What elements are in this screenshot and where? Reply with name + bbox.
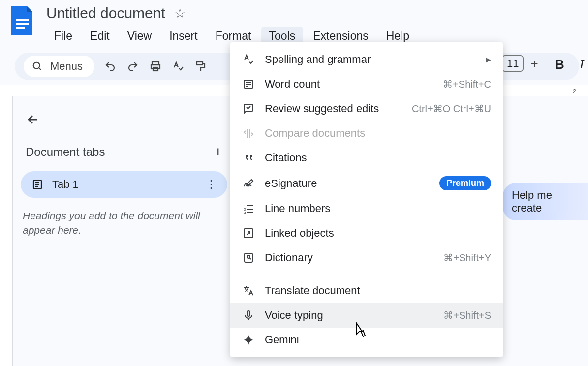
- submenu-arrow-icon: ▶: [486, 56, 491, 63]
- tab-icon: [31, 179, 43, 190]
- back-arrow-icon[interactable]: [26, 112, 227, 127]
- svg-text:3: 3: [244, 211, 246, 214]
- tools-item-gemini[interactable]: Gemini: [230, 328, 503, 352]
- citations-icon: [242, 152, 255, 164]
- docs-logo-icon[interactable]: [10, 5, 35, 36]
- svg-rect-2: [16, 27, 25, 29]
- shortcut-label: ⌘+Shift+C: [443, 78, 491, 90]
- svg-rect-8: [197, 62, 203, 65]
- tools-item-label: Citations: [265, 152, 307, 164]
- svg-rect-1: [16, 23, 29, 25]
- tab-label: Tab 1: [52, 178, 79, 191]
- undo-icon[interactable]: [103, 60, 117, 73]
- search-icon: [31, 60, 44, 73]
- tools-item-wordcount[interactable]: Word count⌘+Shift+C: [230, 72, 503, 96]
- font-size-increase[interactable]: +: [530, 56, 538, 71]
- tab-item[interactable]: Tab 1 ⋮: [21, 171, 227, 198]
- tools-item-label: Translate document: [265, 284, 360, 297]
- compare-icon: [242, 127, 255, 140]
- tab-more-icon[interactable]: ⋮: [206, 178, 217, 191]
- shortcut-label: Ctrl+⌘O Ctrl+⌘U: [412, 103, 491, 115]
- tools-item-linenum[interactable]: 123Line numbers: [230, 196, 503, 221]
- svg-point-3: [33, 62, 40, 69]
- tools-item-voice[interactable]: Voice typing⌘+Shift+S: [230, 303, 503, 328]
- tools-item-review[interactable]: Review suggested editsCtrl+⌘O Ctrl+⌘U: [230, 96, 503, 121]
- tools-item-label: Word count: [265, 78, 320, 91]
- tools-item-label: Compare documents: [265, 127, 365, 140]
- tools-item-label: Spelling and grammar: [265, 53, 371, 66]
- menus-search[interactable]: Menus: [24, 56, 94, 77]
- menu-edit[interactable]: Edit: [82, 27, 118, 46]
- tools-item-label: Linked objects: [265, 227, 334, 240]
- svg-line-4: [39, 68, 41, 70]
- spellcheck-icon: [242, 53, 255, 66]
- tools-item-label: eSignature: [265, 177, 317, 190]
- menu-file[interactable]: File: [46, 27, 80, 46]
- translate-icon: [242, 284, 255, 297]
- tools-item-translate[interactable]: Translate document: [230, 278, 503, 303]
- svg-rect-0: [16, 19, 29, 21]
- review-icon: [242, 102, 255, 115]
- linenum-icon: 123: [242, 202, 255, 215]
- gemini-icon: [242, 334, 255, 346]
- tools-item-label: Gemini: [265, 334, 299, 346]
- tools-dropdown: Spelling and grammar▶Word count⌘+Shift+C…: [230, 42, 503, 357]
- add-tab-button[interactable]: +: [214, 144, 222, 160]
- tools-item-label: Review suggested edits: [265, 102, 379, 115]
- esign-icon: [242, 177, 255, 190]
- linked-icon: [242, 227, 255, 240]
- tools-item-linked[interactable]: Linked objects: [230, 221, 503, 245]
- tools-item-dictionary[interactable]: Dictionary⌘+Shift+Y: [230, 245, 503, 270]
- shortcut-label: ⌘+Shift+S: [443, 309, 491, 321]
- spellcheck-icon[interactable]: [171, 60, 185, 73]
- bold-button[interactable]: B: [555, 57, 564, 72]
- tools-item-citations[interactable]: Citations: [230, 146, 503, 170]
- wordcount-icon: [242, 78, 255, 91]
- menu-divider: [230, 274, 503, 274]
- tools-item-label: Dictionary: [265, 251, 313, 264]
- voice-icon: [242, 309, 255, 322]
- shortcut-label: ⌘+Shift+Y: [443, 252, 491, 264]
- menu-view[interactable]: View: [120, 27, 159, 46]
- font-size-input[interactable]: 11: [502, 55, 524, 72]
- paint-format-icon[interactable]: [194, 60, 208, 73]
- tools-item-spellcheck[interactable]: Spelling and grammar▶: [230, 47, 503, 72]
- help-me-create-button[interactable]: Help me create: [503, 183, 588, 220]
- tools-item-label: Voice typing: [265, 309, 323, 322]
- premium-badge: Premium: [439, 176, 491, 190]
- tools-item-compare: Compare documents: [230, 121, 503, 146]
- italic-button[interactable]: I: [580, 57, 584, 72]
- print-icon[interactable]: [149, 60, 162, 73]
- document-title[interactable]: Untitled document: [46, 5, 165, 22]
- tools-item-esign[interactable]: eSignaturePremium: [230, 170, 503, 196]
- ruler-tick: 2: [573, 88, 576, 95]
- menus-label: Menus: [50, 60, 83, 73]
- star-icon[interactable]: ☆: [174, 6, 186, 21]
- svg-rect-27: [247, 311, 250, 316]
- headings-hint: Headings you add to the document will ap…: [21, 209, 227, 238]
- redo-icon[interactable]: [126, 60, 140, 73]
- tools-item-label: Line numbers: [265, 202, 330, 215]
- dictionary-icon: [242, 251, 255, 264]
- svg-line-26: [249, 258, 251, 259]
- document-tabs-label: Document tabs: [26, 145, 105, 159]
- vertical-ruler: [0, 96, 13, 366]
- menu-insert[interactable]: Insert: [161, 27, 206, 46]
